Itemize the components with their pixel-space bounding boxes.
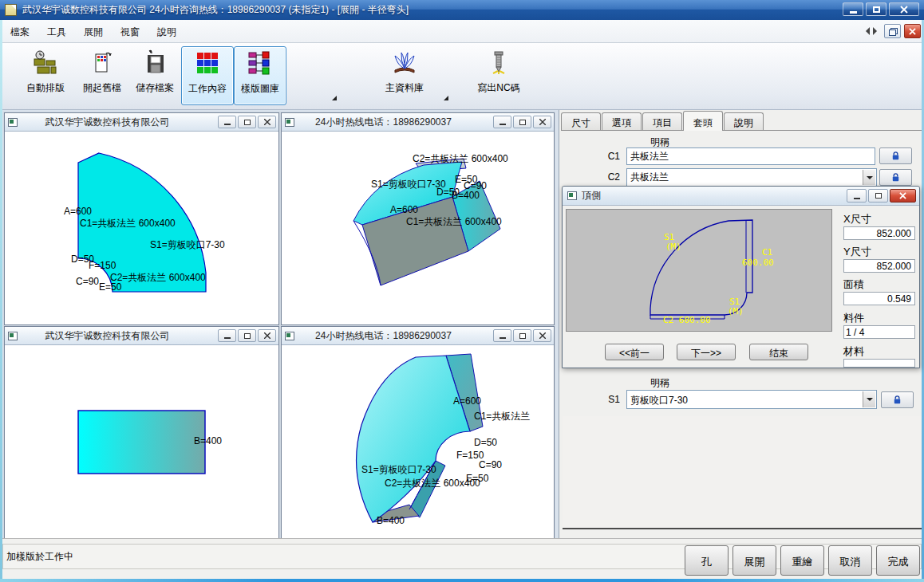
done-button[interactable]: 完成 [876, 545, 920, 576]
hole-button[interactable]: 孔 [685, 545, 729, 576]
dialog-minimize-button[interactable] [847, 189, 867, 203]
c1-lock-button[interactable] [879, 147, 912, 164]
top-side-dialog[interactable]: 頂側 S1 (M) C1 600.00 S1 (M) [562, 186, 920, 368]
child-minimize-button[interactable] [218, 116, 236, 128]
tab-items[interactable]: 項目 [642, 112, 682, 130]
minimize-icon [500, 337, 506, 339]
child-titlebar[interactable]: 武汉华宇诚数控科技有限公司 [5, 113, 278, 132]
menubar: 檔案 工具 展開 視窗 說明 [0, 20, 924, 43]
panel-tabs: 尺寸 選項 項目 套頭 說明 [561, 112, 764, 131]
work-content-icon [194, 50, 221, 77]
child-window-title: 24小时热线电话：18986290037 [282, 116, 485, 129]
mdi-restore-button[interactable] [884, 24, 901, 38]
y-size-label: Y尺寸 [843, 245, 917, 259]
minimize-button[interactable] [843, 2, 863, 16]
tab-connectors[interactable]: 套頭 [683, 111, 723, 131]
toolbar-save-file[interactable]: 儲存檔案 [123, 46, 187, 105]
child-window-title: 武汉华宇诚数控科技有限公司 [5, 329, 210, 343]
redraw-button[interactable]: 重繪 [780, 545, 824, 576]
finish-button[interactable]: 结束 [749, 344, 808, 360]
child-restore-button[interactable] [513, 116, 531, 128]
maximize-button[interactable] [866, 2, 886, 16]
mdi-window-side-panel[interactable]: 武汉华宇诚数控科技有限公司 B=400 [4, 326, 279, 539]
child-close-button[interactable] [533, 329, 551, 342]
minimize-icon [224, 337, 231, 339]
drawing-canvas-3d[interactable]: C2=共板法兰 600x400 S1=剪板咬口7-30 E=50 C=90 D=… [282, 132, 554, 324]
c2-combobox[interactable]: 共板法兰 [626, 168, 877, 187]
cancel-button[interactable]: 取消 [828, 545, 872, 576]
child-close-button[interactable] [533, 116, 551, 128]
toolbar-auto-nest[interactable]: 自動排版 [14, 46, 77, 105]
child-titlebar[interactable]: 24小时热线电话：18986290037 [282, 113, 554, 132]
s1-lock-button[interactable] [881, 391, 914, 408]
unfold-button[interactable]: 展開 [732, 545, 776, 576]
toolbar-overflow-icon[interactable] [332, 96, 337, 100]
toolbar-work-content[interactable]: 工作內容 [181, 46, 234, 105]
child-restore-button[interactable] [238, 116, 256, 128]
dim-label: C1=共板法兰 [474, 411, 530, 422]
c1-value-text: 共板法兰 [630, 151, 669, 162]
titlebar: 武汉华宇诚数控科技有限公司 24小时咨询热线：18986290037 (未指定1… [0, 0, 924, 20]
tab-notes[interactable]: 說明 [724, 112, 764, 130]
mdi-close-button[interactable] [904, 24, 921, 38]
child-minimize-button[interactable] [493, 116, 511, 128]
dialog-titlebar[interactable]: 頂側 [563, 187, 919, 206]
close-button[interactable] [889, 2, 919, 16]
close-icon [539, 332, 546, 339]
drawing-canvas-2d[interactable]: A=600 C1=共板法兰 600x400 S1=剪板咬口7-30 D=50 F… [5, 132, 278, 324]
next-button[interactable]: 下一>> [677, 344, 736, 360]
menu-unfold[interactable]: 展開 [77, 20, 110, 39]
c1-value-field[interactable]: 共板法兰 [626, 147, 875, 165]
menu-help[interactable]: 說明 [150, 20, 184, 39]
tab-dimensions[interactable]: 尺寸 [561, 112, 601, 130]
dialog-icon [567, 191, 577, 200]
dim-label: C=90 [76, 276, 99, 287]
c2-dropdown-button[interactable] [863, 170, 875, 185]
s1-combobox[interactable]: 剪板咬口7-30 [626, 390, 877, 409]
menu-tools[interactable]: 工具 [40, 20, 73, 39]
child-titlebar[interactable]: 武汉华宇诚数控科技有限公司 [5, 327, 278, 345]
s1-dropdown-button[interactable] [863, 391, 875, 407]
minimize-icon [224, 124, 231, 125]
mdi-window-3d-top[interactable]: 24小时热线电话：18986290037 [281, 112, 555, 325]
child-restore-button[interactable] [513, 329, 531, 342]
child-minimize-button[interactable] [493, 329, 511, 342]
lock-icon [890, 172, 901, 183]
child-close-button[interactable] [258, 329, 276, 342]
dim-label: A=600 [453, 395, 481, 407]
row-key-s1: S1 [601, 394, 620, 405]
preview-label: (M) [665, 242, 681, 252]
mdi-window-flat-pattern[interactable]: 武汉华宇诚数控科技有限公司 A=600 C1=共板法兰 600x400 S1=剪… [4, 112, 279, 325]
drawing-canvas-3d-fan[interactable]: A=600 C1=共板法兰 D=50 F=150 C=90 E=50 S1=剪板… [282, 345, 554, 538]
child-restore-button[interactable] [238, 329, 256, 342]
mdi-prev-icon[interactable] [862, 27, 870, 35]
child-close-button[interactable] [258, 116, 276, 128]
child-minimize-button[interactable] [218, 329, 236, 342]
close-icon [900, 6, 908, 14]
toolbar-main-database[interactable]: 主資料庫 [373, 46, 436, 105]
toolbar-overflow-icon[interactable] [444, 96, 448, 100]
mdi-workspace: 武汉华宇诚数控科技有限公司 A=600 C1=共板法兰 600x400 S1=剪… [0, 110, 559, 538]
mdi-window-3d-front[interactable]: 24小时热线电话：18986290037 [281, 326, 555, 539]
drawing-canvas-rect[interactable]: B=400 [5, 345, 278, 538]
mdi-next-icon[interactable] [873, 27, 881, 35]
child-titlebar[interactable]: 24小时热线电话：18986290037 [282, 327, 554, 345]
dialog-restore-button[interactable] [868, 189, 888, 203]
toolbar-write-nc[interactable]: 寫出NC碼 [467, 46, 531, 105]
menu-file[interactable]: 檔案 [3, 20, 37, 39]
dim-label: C1=共板法兰 600x400 [80, 218, 176, 229]
toolbar-template-library[interactable]: 樣版圖庫 [234, 46, 286, 105]
chevron-down-icon [867, 398, 873, 404]
tab-options[interactable]: 選項 [602, 112, 642, 130]
dialog-close-button[interactable] [890, 189, 916, 203]
c2-lock-button[interactable] [879, 169, 912, 186]
material-label: 材料 [843, 344, 917, 359]
c2-value-text: 共板法兰 [630, 171, 669, 183]
minimize-icon [854, 198, 860, 199]
preview-label: 600.00 [742, 258, 774, 268]
close-icon [264, 332, 270, 339]
close-icon [909, 28, 916, 35]
menu-window[interactable]: 視窗 [113, 20, 147, 39]
previous-button[interactable]: <<前一 [605, 344, 664, 360]
toolbar-label: 主資料庫 [373, 81, 436, 95]
